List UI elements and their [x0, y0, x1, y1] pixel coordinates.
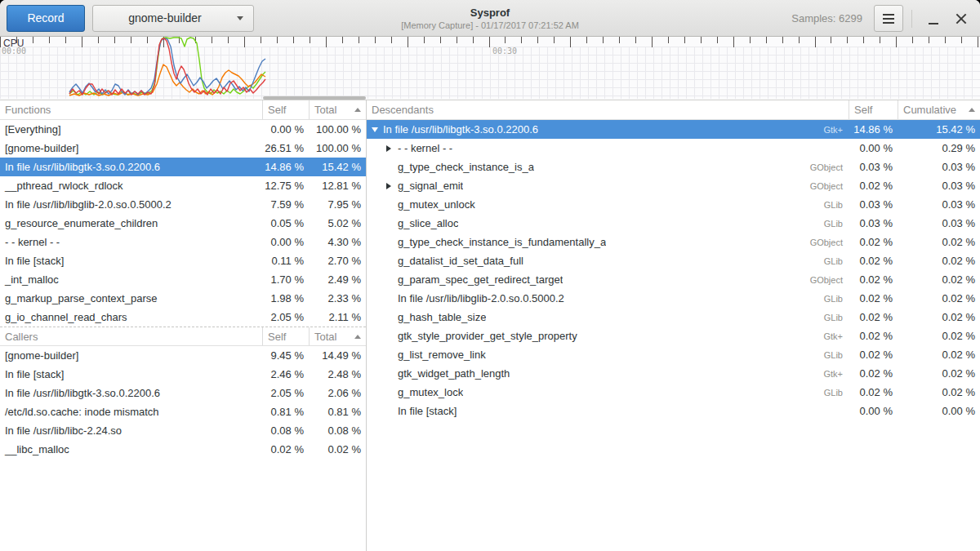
table-row[interactable]: In file [stack] 0.11 % 2.70 % — [0, 251, 366, 270]
table-row[interactable]: g_io_channel_read_chars 2.05 % 2.11 % — [0, 308, 366, 327]
tree-row[interactable]: g_slice_allocGLib 0.03 % 0.03 % — [367, 214, 980, 233]
cpu-usage-chart — [0, 37, 980, 100]
tree-row[interactable]: In file [stack] 0.00 % 0.00 % — [367, 402, 980, 420]
library-tag: Gtk+ — [823, 331, 849, 341]
self-value: 0.00 % — [262, 236, 309, 248]
self-column-header[interactable]: Self — [262, 100, 309, 119]
self-column-header[interactable]: Self — [849, 100, 898, 119]
expander-collapsed-icon[interactable] — [386, 145, 391, 152]
library-tag: GLib — [824, 294, 849, 304]
tree-row[interactable]: In file /usr/lib/libgtk-3.so.0.2200.6Gtk… — [367, 120, 980, 139]
table-row[interactable]: g_markup_parse_context_parse 1.98 % 2.33… — [0, 289, 366, 308]
functions-column-header[interactable]: Functions — [0, 100, 262, 119]
tree-row[interactable]: g_param_spec_get_redirect_targetGObject … — [367, 270, 980, 289]
total-value: 0.81 % — [309, 406, 366, 418]
callers-body: [gnome-builder] 9.45 % 14.49 % In file [… — [0, 346, 366, 459]
menu-button[interactable] — [874, 5, 903, 32]
library-tag: GLib — [824, 313, 849, 322]
self-value: 0.05 % — [262, 217, 309, 229]
table-row[interactable]: In file /usr/lib/libgtk-3.so.0.2200.6 2.… — [0, 384, 366, 402]
function-name: _int_malloc — [0, 273, 262, 286]
tree-row[interactable]: g_mutex_lockGLib 0.02 % 0.02 % — [367, 383, 980, 402]
cpu-green-line — [69, 38, 265, 95]
tree-row[interactable]: - - kernel - - 0.00 % 0.29 % — [367, 139, 980, 158]
self-value: 0.02 % — [849, 386, 898, 398]
function-name: In file /usr/lib/libglib-2.0.so.0.5000.2 — [0, 198, 262, 211]
table-row[interactable]: _int_malloc 1.70 % 2.49 % — [0, 270, 366, 289]
self-value: 2.46 % — [262, 368, 309, 380]
total-value: 2.06 % — [309, 387, 366, 399]
samples-count: Samples: 6299 — [791, 12, 862, 24]
self-value: 0.02 % — [849, 311, 898, 323]
tree-row[interactable]: g_list_remove_linkGLib 0.02 % 0.02 % — [367, 345, 980, 364]
function-name: __libc_malloc — [0, 443, 262, 455]
tree-row[interactable]: g_datalist_id_set_data_fullGLib 0.02 % 0… — [367, 251, 980, 270]
tree-row[interactable]: g_signal_emitGObject 0.02 % 0.03 % — [367, 176, 980, 195]
tree-row[interactable]: g_mutex_unlockGLib 0.03 % 0.03 % — [367, 195, 980, 214]
tree-row[interactable]: gtk_style_provider_get_style_propertyGtk… — [367, 327, 980, 345]
cumulative-column-header[interactable]: Cumulative — [898, 100, 980, 119]
callers-header: Callers Self Total — [0, 327, 366, 346]
close-button[interactable] — [947, 5, 975, 33]
expander-collapsed-icon[interactable] — [386, 183, 391, 189]
record-button[interactable]: Record — [7, 5, 85, 32]
table-row[interactable]: In file [stack] 2.46 % 2.48 % — [0, 365, 366, 384]
table-row[interactable]: In file /usr/lib/libglib-2.0.so.0.5000.2… — [0, 195, 366, 214]
library-tag: GObject — [810, 181, 849, 191]
self-value: 1.70 % — [262, 273, 309, 286]
function-name: [gnome-builder] — [0, 349, 262, 362]
table-row[interactable]: __pthread_rwlock_rdlock 12.75 % 12.81 % — [0, 176, 366, 195]
table-row[interactable]: g_resource_enumerate_children 0.05 % 5.0… — [0, 214, 366, 233]
tree-row[interactable]: g_type_check_instance_is_aGObject 0.03 %… — [367, 158, 980, 176]
table-row[interactable]: In file /usr/lib/libc-2.24.so 0.08 % 0.0… — [0, 421, 366, 440]
tree-row[interactable]: g_type_check_instance_is_fundamentally_a… — [367, 233, 980, 251]
function-name: g_markup_parse_context_parse — [0, 292, 262, 304]
right-panel: Descendants Self Cumulative In file /usr… — [367, 100, 980, 551]
self-value: 0.00 % — [849, 405, 898, 417]
cumulative-value: 15.42 % — [898, 123, 980, 136]
table-row[interactable]: [gnome-builder] 9.45 % 14.49 % — [0, 346, 366, 365]
functions-body: [Everything] 0.00 % 100.00 % [gnome-buil… — [0, 120, 366, 327]
descendant-name: g_param_spec_get_redirect_targetGObject — [367, 273, 849, 286]
total-column-header[interactable]: Total — [309, 327, 366, 345]
library-tag: GLib — [824, 350, 849, 360]
total-value: 14.49 % — [309, 349, 366, 362]
callers-column-header[interactable]: Callers — [0, 327, 262, 345]
total-column-header[interactable]: Total — [309, 100, 366, 119]
window-titles: Sysprof [Memory Capture] - 01/17/2017 07… — [245, 0, 735, 37]
self-value: 0.08 % — [262, 424, 309, 437]
cpu-timeline-graph[interactable]: CPU 00:00 00:30 — [0, 37, 980, 100]
self-column-header[interactable]: Self — [262, 327, 309, 345]
descendant-name: g_mutex_unlockGLib — [367, 198, 849, 211]
tree-row[interactable]: gtk_widget_path_lengthGtk+ 0.02 % 0.02 % — [367, 364, 980, 383]
sort-ascending-icon — [354, 108, 361, 112]
self-value: 2.05 % — [262, 311, 309, 323]
descendants-column-header[interactable]: Descendants — [367, 100, 849, 119]
descendant-name: g_signal_emitGObject — [367, 180, 849, 192]
close-icon — [956, 13, 967, 24]
graph-scrollbar-thumb[interactable] — [263, 96, 366, 100]
descendant-name: g_datalist_id_set_data_fullGLib — [367, 255, 849, 267]
cumulative-value: 0.02 % — [898, 292, 980, 304]
table-row[interactable]: __libc_malloc 0.02 % 0.02 % — [0, 440, 366, 459]
minimize-button[interactable] — [920, 5, 947, 33]
descendants-header: Descendants Self Cumulative — [367, 100, 980, 120]
self-value: 0.02 % — [849, 330, 898, 342]
window-title: Sysprof — [470, 7, 510, 19]
total-value: 4.30 % — [309, 236, 366, 248]
descendant-name: In file /usr/lib/libgtk-3.so.0.2200.6Gtk… — [367, 123, 849, 136]
table-row[interactable]: [gnome-builder] 26.51 % 100.00 % — [0, 139, 366, 158]
cumulative-value: 0.02 % — [898, 367, 980, 380]
table-row[interactable]: In file /usr/lib/libgtk-3.so.0.2200.6 14… — [0, 158, 366, 176]
process-selector-dropdown[interactable]: gnome-builder — [92, 5, 254, 32]
library-tag: GObject — [810, 238, 849, 247]
tree-row[interactable]: g_hash_table_sizeGLib 0.02 % 0.02 % — [367, 308, 980, 327]
tree-row[interactable]: In file /usr/lib/libglib-2.0.so.0.5000.2… — [367, 289, 980, 308]
time-tick-start: 00:00 — [2, 47, 26, 56]
table-row[interactable]: [Everything] 0.00 % 100.00 % — [0, 120, 366, 139]
expander-expanded-icon[interactable] — [372, 127, 378, 132]
self-value: 12.75 % — [262, 180, 309, 192]
table-row[interactable]: - - kernel - - 0.00 % 4.30 % — [0, 233, 366, 251]
self-value: 9.45 % — [262, 349, 309, 362]
table-row[interactable]: /etc/ld.so.cache: inode mismatch 0.81 % … — [0, 402, 366, 421]
